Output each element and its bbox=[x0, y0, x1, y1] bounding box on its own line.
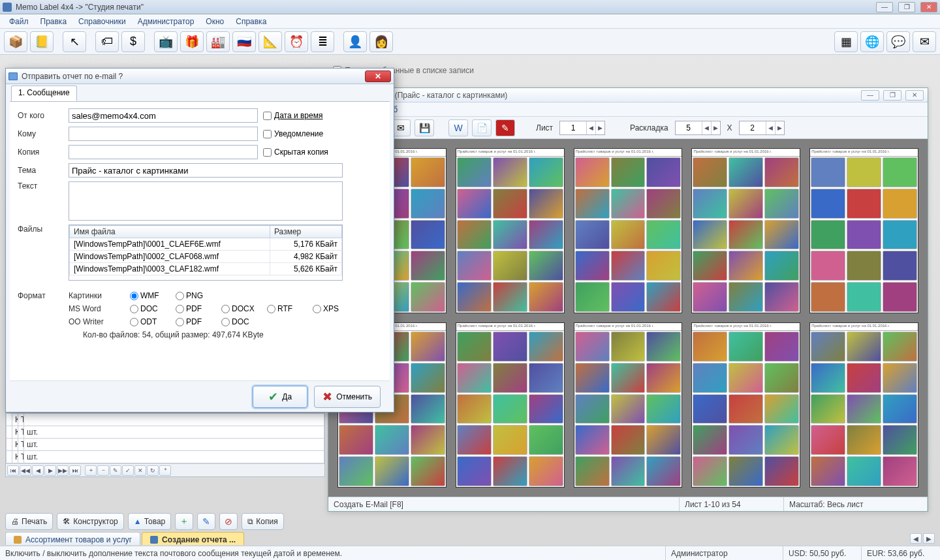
tool-dollar-icon[interactable]: $ bbox=[121, 31, 145, 52]
check-icon: ✔ bbox=[268, 390, 278, 404]
pv-pdf-icon[interactable]: ✎ bbox=[495, 119, 515, 136]
menu-edit[interactable]: Правка bbox=[35, 16, 72, 27]
sheet-label: Лист bbox=[536, 123, 553, 132]
print-button[interactable]: 🖨Печать bbox=[5, 513, 53, 530]
tool-globe-icon[interactable]: 🌐 bbox=[860, 31, 884, 52]
pv-word-icon[interactable]: W bbox=[448, 119, 468, 136]
file-row[interactable]: [WindowsTempPath]\0001_CLAEF6E.wmf5,176 … bbox=[70, 238, 342, 251]
preview-min-button[interactable]: — bbox=[861, 90, 879, 101]
from-input[interactable] bbox=[69, 108, 258, 123]
layout-cols-spinner[interactable]: ◀▶ bbox=[675, 121, 721, 135]
email-dialog: Отправить отчет по e-mail ? ✕ 1. Сообщен… bbox=[5, 68, 394, 412]
document-tabs: Ассортимент товаров и услуг Создание отч… bbox=[5, 531, 935, 546]
menu-file[interactable]: Файл bbox=[4, 16, 34, 27]
fmt-png[interactable]: PNG bbox=[176, 291, 216, 300]
preview-pages-area[interactable]: Прайслист товаров и услуг на 01.01.2016 … bbox=[328, 139, 928, 497]
tool-clock-icon[interactable]: ⏰ bbox=[285, 31, 308, 52]
fmt-docx[interactable]: DOCX bbox=[221, 304, 262, 313]
fmt-opdf[interactable]: PDF bbox=[176, 317, 216, 326]
menu-window[interactable]: Окно bbox=[200, 16, 229, 27]
body-textarea[interactable] bbox=[69, 181, 343, 221]
doctab-report[interactable]: Создание отчета ... bbox=[142, 532, 244, 545]
menu-refs[interactable]: Справочники bbox=[73, 16, 131, 27]
constructor-button[interactable]: 🛠Конструктор bbox=[57, 513, 123, 530]
delete-button[interactable]: ⊘ bbox=[219, 513, 238, 530]
fmt-pdf[interactable]: PDF bbox=[176, 304, 216, 313]
menu-help[interactable]: Справка bbox=[230, 16, 272, 27]
tool-flag-icon[interactable]: 🇷🇺 bbox=[232, 31, 256, 52]
tabs-scroll-right[interactable]: ▶ bbox=[923, 533, 935, 544]
layout-cols-input[interactable] bbox=[676, 123, 702, 132]
ok-button[interactable]: ✔Да bbox=[253, 386, 307, 408]
preview-page[interactable]: Прайслист товаров и услуг на 01.01.2016 … bbox=[456, 148, 565, 313]
maximize-button[interactable]: ❐ bbox=[898, 2, 915, 12]
close-button[interactable]: ✕ bbox=[920, 2, 937, 12]
cancel-button[interactable]: ✖Отменить bbox=[314, 386, 381, 408]
datetime-checkbox[interactable]: Дата и время bbox=[263, 111, 322, 120]
file-row[interactable]: [WindowsTempPath]\0002_CLAF068.wmf4,982 … bbox=[70, 251, 342, 263]
tool-userf-icon[interactable]: 👩 bbox=[369, 31, 393, 52]
status-admin: Администратор bbox=[666, 546, 783, 560]
tabs-scroll-left[interactable]: ◀ bbox=[910, 533, 922, 544]
tool-cursor-icon[interactable]: ↖ bbox=[63, 31, 86, 52]
table-row[interactable]: Коврик для мыши "Sunset" Hama, тонкий (Н… bbox=[7, 439, 324, 451]
tools-icon: 🛠 bbox=[63, 517, 70, 526]
tool-gift-icon[interactable]: 🎁 bbox=[180, 31, 204, 52]
to-input[interactable] bbox=[69, 127, 258, 141]
copy-button[interactable]: ⧉Копия bbox=[242, 513, 283, 530]
fmt-wmf[interactable]: WMF bbox=[130, 291, 170, 300]
tool-tag-icon[interactable]: 🏷 bbox=[95, 31, 119, 52]
product-grid[interactable]: Коврик для мыши "Sunset" Hama (ассорти)Т… bbox=[5, 412, 325, 477]
preview-page[interactable]: Прайслист товаров и услуг на 01.01.2016 … bbox=[456, 322, 565, 488]
product-button[interactable]: ▲Товар bbox=[128, 513, 172, 530]
layout-rows-spinner[interactable]: ◀▶ bbox=[739, 121, 785, 135]
table-row[interactable]: Коврик для мыши "Surfer" Hama (ассорти) … bbox=[7, 451, 324, 463]
tool-factory-icon[interactable]: 🏭 bbox=[206, 31, 230, 52]
fmt-odoc[interactable]: DOC bbox=[221, 317, 262, 326]
add-button[interactable]: ＋ bbox=[175, 513, 193, 530]
dialog-tab-message[interactable]: 1. Сообщение bbox=[11, 86, 77, 101]
up-icon: ▲ bbox=[134, 517, 142, 526]
pv-save-icon[interactable]: 💾 bbox=[415, 119, 434, 136]
tool-book-icon[interactable]: 📒 bbox=[30, 31, 54, 52]
fmt-rtf[interactable]: RTF bbox=[267, 304, 307, 313]
notify-checkbox[interactable]: Уведомление bbox=[263, 129, 323, 138]
edit-button[interactable]: ✎ bbox=[197, 513, 215, 530]
tool-chat-icon[interactable]: 💬 bbox=[886, 31, 910, 52]
tool-stamp-icon[interactable]: ▦ bbox=[834, 31, 858, 52]
preview-page[interactable]: Прайслист товаров и услуг на 01.01.2016 … bbox=[809, 322, 918, 488]
file-row[interactable]: [WindowsTempPath]\0003_CLAF182.wmf5,626 … bbox=[70, 263, 342, 275]
doctab-assortment[interactable]: Ассортимент товаров и услуг bbox=[5, 532, 140, 545]
menu-admin[interactable]: Администратор bbox=[133, 16, 200, 27]
table-row[interactable]: Коврик для мыши "Sunset" Hama (ассорти)Т… bbox=[7, 414, 324, 426]
tool-list-icon[interactable]: ≣ bbox=[311, 31, 334, 52]
preview-close-button[interactable]: ✕ bbox=[905, 90, 924, 101]
app-title: Memo Label 4x4 -> "Студия печати" bbox=[16, 3, 144, 12]
cc-input[interactable] bbox=[69, 145, 258, 159]
preview-page[interactable]: Прайслист товаров и услуг на 01.01.2016 … bbox=[574, 148, 683, 313]
fmt-odt[interactable]: ODT bbox=[130, 317, 170, 326]
bcc-checkbox[interactable]: Скрытая копия bbox=[263, 148, 328, 157]
tool-box-icon[interactable]: 📦 bbox=[4, 31, 27, 52]
fmt-xps[interactable]: XPS bbox=[313, 304, 353, 313]
tool-mail-icon[interactable]: ✉ bbox=[913, 31, 936, 52]
fmt-doc[interactable]: DOC bbox=[130, 304, 170, 313]
preview-max-button[interactable]: ❐ bbox=[883, 90, 901, 101]
grid-navigator[interactable]: ⏮◀◀◀▶▶▶⏭ ＋－✎✓✕↻ ＊ bbox=[6, 463, 324, 476]
dialog-close-button[interactable]: ✕ bbox=[365, 70, 391, 82]
files-list[interactable]: Имя файлаРазмер [WindowsTempPath]\0001_C… bbox=[69, 225, 343, 281]
tool-user-icon[interactable]: 👤 bbox=[343, 31, 367, 52]
sheet-input[interactable] bbox=[560, 123, 586, 132]
tool-tv-icon[interactable]: 📺 bbox=[154, 31, 178, 52]
preview-page[interactable]: Прайслист товаров и услуг на 01.01.2016 … bbox=[691, 322, 800, 488]
sheet-spinner[interactable]: ◀▶ bbox=[559, 121, 605, 135]
table-row[interactable]: Коврик для мыши "Sunset" Hama, толщина :… bbox=[7, 426, 324, 439]
minimize-button[interactable]: — bbox=[876, 2, 893, 12]
preview-page[interactable]: Прайслист товаров и услуг на 01.01.2016 … bbox=[809, 148, 918, 313]
subject-input[interactable] bbox=[69, 163, 343, 178]
tool-ruler-icon[interactable]: 📐 bbox=[258, 31, 282, 52]
preview-page[interactable]: Прайслист товаров и услуг на 01.01.2016 … bbox=[691, 148, 800, 313]
layout-rows-input[interactable] bbox=[740, 123, 766, 132]
pv-doc-icon[interactable]: 📄 bbox=[472, 119, 492, 136]
preview-page[interactable]: Прайслист товаров и услуг на 01.01.2016 … bbox=[574, 322, 683, 488]
